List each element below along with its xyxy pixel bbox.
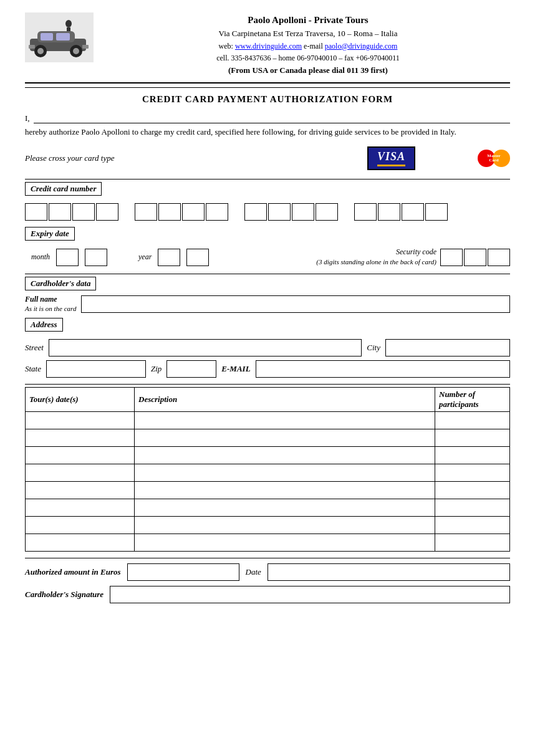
cc-digit-2-1[interactable] (135, 203, 157, 221)
cc-digit-4-2[interactable] (378, 203, 400, 221)
tour-date-3[interactable] (26, 446, 135, 464)
tour-num-2[interactable] (435, 429, 510, 446)
signature-label: Cardholder's Signature (25, 590, 104, 600)
email-link[interactable]: paolo@drivinguide.com (325, 42, 398, 50)
expiry-label: Expiry date (25, 227, 75, 241)
table-row (26, 446, 510, 464)
street-input[interactable] (49, 339, 362, 356)
company-name: Paolo Apolloni - Private Tours (106, 12, 510, 27)
web-link[interactable]: www.drivinguide.com (235, 42, 302, 50)
tour-date-6[interactable] (26, 499, 135, 516)
amount-label: Authorized amount in Euros (25, 567, 121, 577)
visa-text: VISA (377, 150, 405, 163)
amount-date-row: Authorized amount in Euros Date (25, 563, 510, 581)
visa-badge[interactable]: VISA (367, 146, 415, 170)
tour-desc-1[interactable] (135, 411, 435, 429)
tour-num-3[interactable] (435, 446, 510, 464)
cardholder-section-label: Cardholder's data (25, 277, 96, 290)
col-header-desc: Description (135, 387, 435, 411)
cc-digit-1-2[interactable] (49, 203, 71, 221)
street-city-row: Street City (25, 339, 510, 356)
name-underline-field[interactable] (34, 113, 510, 123)
tour-num-1[interactable] (435, 411, 510, 429)
cc-digit-3-3[interactable] (292, 203, 314, 221)
cc-digit-3-4[interactable] (316, 203, 338, 221)
i-label: I, (25, 113, 30, 123)
security-code-label: Security code (316, 247, 436, 257)
tour-desc-4[interactable] (135, 464, 435, 481)
tour-date-2[interactable] (26, 429, 135, 446)
tour-desc-6[interactable] (135, 499, 435, 516)
signature-input[interactable] (110, 586, 510, 603)
table-row (26, 429, 510, 446)
cc-digit-1-4[interactable] (96, 203, 118, 221)
header-text-block: Paolo Apolloni - Private Tours Via Carpi… (106, 12, 510, 77)
usa-note: (From USA or Canada please dial 011 39 f… (106, 64, 510, 77)
svg-point-1 (65, 20, 72, 27)
cc-digit-4-1[interactable] (354, 203, 377, 221)
tour-desc-3[interactable] (135, 446, 435, 464)
cc-digit-3-2[interactable] (268, 203, 291, 221)
tour-desc-7[interactable] (135, 516, 435, 534)
security-digit-2[interactable] (464, 249, 486, 266)
phones-line: cell. 335-8437636 – home 06-97040010 – f… (106, 52, 510, 64)
table-row (26, 516, 510, 534)
year-label: year (138, 252, 152, 262)
email-input[interactable] (256, 360, 510, 378)
security-digit-3[interactable] (488, 249, 510, 266)
credit-card-label: Credit card number (25, 182, 102, 196)
tour-desc-8[interactable] (135, 534, 435, 551)
city-input[interactable] (385, 339, 510, 356)
svg-rect-5 (41, 33, 53, 41)
date-input[interactable] (268, 563, 510, 581)
cc-digit-1-3[interactable] (72, 203, 95, 221)
cc-group-4 (354, 203, 448, 221)
cc-digit-4-3[interactable] (402, 203, 424, 221)
email-label-form: E-MAIL (221, 364, 250, 374)
svg-rect-11 (29, 45, 35, 49)
tour-num-7[interactable] (435, 516, 510, 534)
table-row (26, 534, 510, 551)
cc-group-1 (25, 203, 118, 221)
security-group: Security code (3 digits standing alone i… (316, 247, 510, 267)
expiry-year-1[interactable] (158, 249, 180, 266)
expiry-month-1[interactable] (56, 249, 79, 266)
table-row (26, 481, 510, 499)
zip-input[interactable] (166, 360, 216, 378)
cc-digit-1-1[interactable] (25, 203, 47, 221)
security-digit-1[interactable] (440, 249, 463, 266)
tour-date-1[interactable] (26, 411, 135, 429)
tour-date-4[interactable] (26, 464, 135, 481)
web-label: web: (219, 42, 233, 50)
cc-digit-2-2[interactable] (158, 203, 181, 221)
fullname-label: Full name As it is on the card (25, 294, 76, 314)
mastercard-badge[interactable]: MasterCard (478, 147, 510, 170)
tour-date-5[interactable] (26, 481, 135, 499)
tour-num-4[interactable] (435, 464, 510, 481)
fullname-input[interactable] (81, 295, 510, 313)
tour-desc-2[interactable] (135, 429, 435, 446)
tour-desc-5[interactable] (135, 481, 435, 499)
tour-num-8[interactable] (435, 534, 510, 551)
cardholder-section: Cardholder's data Full name As it is on … (25, 277, 510, 378)
amount-input[interactable] (127, 563, 239, 581)
col-header-num: Number of participants (435, 387, 510, 411)
cc-digit-2-4[interactable] (206, 203, 228, 221)
expiry-month-2[interactable] (85, 249, 107, 266)
tour-num-5[interactable] (435, 481, 510, 499)
cc-number-grid (25, 203, 510, 221)
cc-digit-3-1[interactable] (244, 203, 267, 221)
tour-num-6[interactable] (435, 499, 510, 516)
tours-table: Tour(s) date(s) Description Number of pa… (25, 387, 510, 552)
header-divider (25, 82, 510, 84)
date-label-bottom: Date (246, 567, 261, 577)
table-row (26, 411, 510, 429)
cc-digit-4-4[interactable] (425, 203, 448, 221)
cc-digit-2-3[interactable] (182, 203, 205, 221)
tour-date-8[interactable] (26, 534, 135, 551)
fullname-sub-label: As it is on the card (25, 304, 76, 313)
state-input[interactable] (46, 360, 146, 378)
state-zip-row: State Zip E-MAIL (25, 360, 510, 378)
expiry-year-2[interactable] (186, 249, 209, 266)
tour-date-7[interactable] (26, 516, 135, 534)
